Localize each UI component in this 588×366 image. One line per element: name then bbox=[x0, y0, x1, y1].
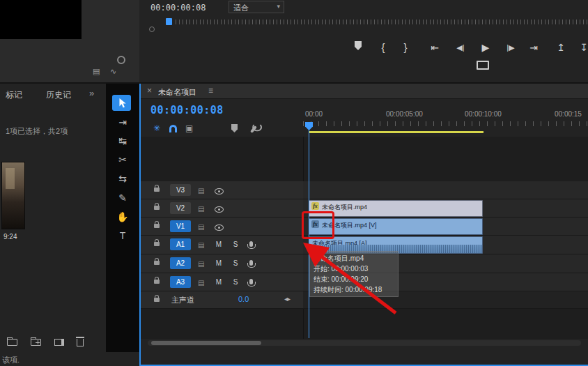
lock-icon[interactable] bbox=[154, 298, 160, 302]
volume-knob[interactable] bbox=[117, 56, 125, 64]
track-lane-v3[interactable] bbox=[303, 181, 588, 199]
zoom-level-dropdown[interactable]: 适合 ▾ bbox=[229, 1, 284, 13]
linked-selection-icon[interactable]: ▣ bbox=[185, 123, 193, 133]
render-bar-yellow bbox=[309, 131, 483, 133]
track-target-a2[interactable]: A2 bbox=[170, 257, 191, 269]
track-target-a3[interactable]: A3 bbox=[170, 276, 191, 288]
track-target-v1[interactable]: V1 bbox=[170, 220, 191, 232]
toggle-output-eye-icon[interactable] bbox=[215, 224, 224, 231]
razor-tool-button[interactable]: ✂ bbox=[106, 154, 139, 165]
ruler-label: 00:00:15 bbox=[555, 110, 582, 118]
mute-button[interactable]: M bbox=[213, 257, 224, 269]
lock-icon[interactable] bbox=[154, 280, 160, 284]
program-timecode: 00:00:00:08 bbox=[150, 3, 206, 13]
clip-thumbnail[interactable] bbox=[1, 162, 25, 229]
mark-out-button[interactable]: } bbox=[400, 40, 411, 54]
ruler-label: 00:00 bbox=[305, 110, 323, 118]
ruler-ticks[interactable] bbox=[303, 121, 588, 126]
tooltip-line: 结束: 00:00:09:20 bbox=[314, 274, 394, 284]
annotation-red-rectangle bbox=[302, 211, 334, 239]
source-patch-icon[interactable]: ▤ bbox=[198, 279, 204, 287]
tab-markers[interactable]: 标记 bbox=[6, 89, 22, 101]
program-monitor-panel: ▤ ∿ 00:00:00:08 适合 ▾ { } ⇤ ◀| ▶ |▶ ⇥ ↥ ↧ bbox=[0, 0, 588, 84]
timeline-scrollbar[interactable] bbox=[148, 340, 581, 346]
pen-tool-button[interactable]: ✎ bbox=[106, 192, 139, 204]
monitor-zoom-handle[interactable] bbox=[149, 26, 155, 32]
lock-icon[interactable] bbox=[154, 188, 160, 192]
track-target-v2[interactable]: V2 bbox=[170, 202, 191, 214]
status-text: 该项. bbox=[2, 355, 20, 365]
go-to-in-button[interactable]: ⇤ bbox=[428, 40, 442, 54]
track-header-a2: A2 ▤ M S bbox=[141, 254, 303, 273]
folder-icon[interactable] bbox=[7, 339, 17, 346]
timeline-settings-wrench-icon[interactable] bbox=[250, 125, 257, 133]
clip-v2[interactable]: fx 未命名项目.mp4 bbox=[309, 200, 483, 217]
voiceover-mic-icon[interactable] bbox=[249, 279, 253, 284]
snap-icon[interactable]: ✳ bbox=[153, 123, 160, 133]
lock-icon[interactable] bbox=[154, 242, 160, 246]
lock-icon[interactable] bbox=[154, 206, 160, 210]
track-target-a1[interactable]: A1 bbox=[170, 238, 191, 250]
timeline-timecode[interactable]: 00:00:00:08 bbox=[150, 104, 224, 116]
mute-button[interactable]: M bbox=[213, 238, 224, 250]
solo-button[interactable]: S bbox=[230, 276, 241, 288]
mute-button[interactable]: M bbox=[213, 276, 224, 288]
solo-button[interactable]: S bbox=[230, 257, 241, 269]
panel-overflow-chevrons[interactable]: » bbox=[89, 88, 94, 98]
timeline-scrollbar-handle[interactable] bbox=[151, 341, 261, 345]
track-target-v3[interactable]: V3 bbox=[170, 184, 191, 196]
new-item-icon[interactable] bbox=[54, 339, 64, 346]
clip-v1[interactable]: fx 未命名项目.mp4 [V] bbox=[309, 218, 483, 235]
lift-button[interactable]: ↥ bbox=[555, 40, 567, 54]
voiceover-mic-icon[interactable] bbox=[249, 260, 253, 266]
toggle-output-eye-icon[interactable] bbox=[215, 188, 224, 195]
solo-button[interactable]: S bbox=[230, 238, 241, 250]
timeline-tab-bar: × 未命名项目 ≡ bbox=[141, 84, 588, 99]
source-patch-icon[interactable]: ▤ bbox=[198, 241, 204, 249]
ripple-edit-tool-button[interactable]: ↹ bbox=[106, 135, 139, 146]
track-select-tool-button[interactable]: ⇥ bbox=[106, 116, 139, 128]
markers-history-panel: 标记 历史记 » 1项已选择，共2项 9:24 bbox=[0, 84, 106, 366]
close-icon[interactable]: × bbox=[147, 86, 152, 96]
keyframe-nav-icon[interactable]: ◂▸ bbox=[284, 295, 290, 303]
source-patch-icon[interactable]: ▤ bbox=[198, 260, 204, 268]
ruler-label: 00:00:05:00 bbox=[386, 110, 423, 118]
new-bin-icon[interactable] bbox=[31, 339, 41, 346]
source-monitor-area: ▤ ∿ bbox=[0, 0, 139, 82]
clip-tooltip: 未命名项目.mp4 开始: 00:00:00:03 结束: 00:00:09:2… bbox=[309, 251, 399, 297]
add-marker-icon[interactable] bbox=[231, 124, 238, 132]
source-patch-icon[interactable]: ▤ bbox=[198, 223, 204, 231]
drag-video-icon[interactable]: ▤ bbox=[93, 67, 100, 76]
extract-button[interactable]: ↧ bbox=[578, 40, 588, 54]
magnet-icon[interactable] bbox=[169, 125, 177, 132]
export-frame-icon[interactable] bbox=[477, 61, 489, 70]
drag-audio-icon[interactable]: ∿ bbox=[110, 67, 116, 76]
panel-menu-icon[interactable]: ≡ bbox=[208, 86, 213, 96]
trash-glyph bbox=[77, 339, 84, 346]
type-tool-button[interactable]: T bbox=[106, 230, 139, 241]
track-header-master: 主声道 0.0 ◂▸ bbox=[141, 291, 303, 309]
monitor-scrub-handle[interactable] bbox=[166, 18, 172, 25]
selection-tool-button[interactable] bbox=[112, 95, 131, 111]
master-level-value[interactable]: 0.0 bbox=[238, 295, 249, 303]
play-button[interactable]: ▶ bbox=[479, 40, 492, 54]
monitor-mini-timeline[interactable] bbox=[176, 20, 588, 24]
trash-icon[interactable] bbox=[77, 337, 84, 346]
timeline-tab-title[interactable]: 未命名项目 bbox=[158, 87, 196, 98]
add-marker-button[interactable] bbox=[352, 40, 364, 54]
source-patch-icon[interactable]: ▤ bbox=[198, 205, 204, 213]
tab-history[interactable]: 历史记 bbox=[46, 89, 71, 101]
lock-icon[interactable] bbox=[154, 261, 160, 265]
slip-tool-button[interactable]: ⇆ bbox=[106, 173, 139, 184]
lock-icon[interactable] bbox=[154, 224, 160, 228]
source-patch-icon[interactable]: ▤ bbox=[198, 187, 204, 195]
hand-tool-button[interactable]: ✋ bbox=[106, 211, 139, 222]
playhead-handle[interactable] bbox=[305, 122, 313, 130]
step-back-button[interactable]: ◀| bbox=[453, 40, 468, 54]
tooltip-line: 开始: 00:00:00:03 bbox=[314, 264, 394, 274]
go-to-out-button[interactable]: ⇥ bbox=[527, 40, 541, 54]
voiceover-mic-icon[interactable] bbox=[249, 241, 253, 247]
toggle-output-eye-icon[interactable] bbox=[215, 206, 224, 213]
step-forward-button[interactable]: |▶ bbox=[503, 40, 518, 54]
mark-in-button[interactable]: { bbox=[378, 40, 389, 54]
